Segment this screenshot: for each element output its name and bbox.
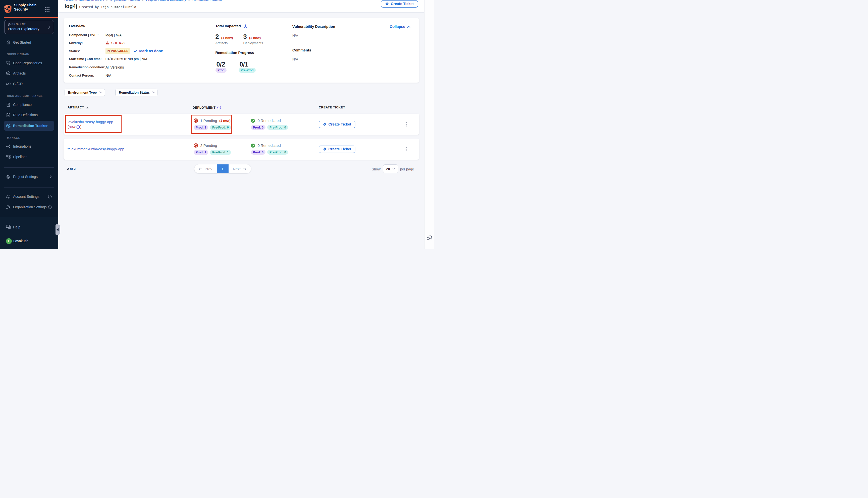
collapse-button[interactable]: Collapse [390, 25, 411, 29]
chevron-right-icon [142, 0, 144, 1]
brand-accent-rule [4, 17, 58, 18]
next-page-button[interactable]: Next [229, 165, 251, 173]
annotation-box-pending [191, 115, 232, 134]
prod-count-pill: Prod: 0 [251, 125, 266, 130]
sidebar-item-remediation-tracker[interactable]: Remediation Tracker [4, 121, 54, 131]
remediated-cell: 0 Remediated Prod: 0 Pre-Prod: 0 [251, 139, 288, 160]
sidebar-item-project-settings[interactable]: Project Settings [0, 172, 58, 182]
show-label: Show [372, 167, 380, 171]
sidebar-item-pipelines[interactable]: Pipelines [0, 152, 58, 162]
sidebar-item-compliance[interactable]: Compliance [0, 100, 58, 110]
resource-center-chat-icon[interactable] [427, 235, 432, 241]
sidebar-divider [4, 187, 54, 187]
condition-value: All Versions [105, 65, 124, 69]
info-icon[interactable] [244, 24, 247, 28]
status-badge: IN-PROGRESS [105, 48, 130, 54]
cube-icon [6, 71, 11, 76]
preprod-count-pill: Pre-Prod: 0 [267, 150, 288, 155]
remediated-count: 0 Remediated [258, 119, 281, 123]
prod-count-pill: Prod: 1 [194, 150, 208, 155]
comments-value: N/A [292, 57, 298, 61]
pending-cell: 2 Pending Prod: 1 Pre-Prod: 1 [194, 139, 231, 160]
annotation-box-artifact [65, 115, 121, 133]
help-label[interactable]: Help [13, 225, 20, 229]
integrations-icon [6, 144, 11, 148]
per-page-label: per page [400, 167, 414, 171]
sidebar-section-supply-chain: SUPPLY CHAIN [7, 53, 29, 56]
sidebar-item-artifacts[interactable]: Artifacts [0, 68, 58, 78]
contact-value: N/A [105, 74, 111, 78]
sidebar-header: Supply Chain Security [0, 0, 58, 16]
column-header-artifact[interactable]: ARTIFACT [67, 106, 89, 109]
row-menu-kebab-icon[interactable] [404, 139, 408, 160]
sidebar-collapse-handle[interactable] [55, 224, 60, 235]
help-chat-icon [6, 225, 11, 229]
overview-divider [202, 24, 202, 79]
sidebar-section-manage: MANAGE [7, 136, 20, 139]
breadcrumb: Account: Automation-SSCA Organization: d… [65, 0, 222, 1]
code-repository-icon [6, 61, 11, 65]
sidebar-item-rule-definitions[interactable]: Rule Definitions [0, 110, 58, 120]
avatar[interactable]: L [6, 238, 12, 244]
page-size-select[interactable]: 20 [383, 165, 398, 173]
breadcrumb-organization[interactable]: Organization: default [110, 0, 140, 1]
org-chart-gear-icon [6, 205, 11, 209]
breadcrumb-current[interactable]: Remediation Tracker [192, 0, 222, 1]
impacted-deployments-stat: 3 (1 new) [243, 33, 261, 40]
mark-as-done-button[interactable]: Mark as done [134, 49, 163, 53]
pending-timer-icon [194, 143, 198, 148]
chevron-right-icon [106, 0, 108, 1]
column-header-create-ticket: CREATE TICKET [319, 106, 345, 109]
impacted-artifacts-stat: 2 (1 new) [216, 33, 233, 40]
info-icon[interactable] [217, 106, 221, 109]
document-search-icon [6, 102, 11, 107]
artifact-link[interactable]: tejakummarikuntla/easy-buggy-app [67, 147, 124, 151]
app-title: Supply Chain Security [14, 3, 36, 12]
status-row: Status: IN-PROGRESS Mark as done [69, 48, 163, 54]
home-icon [6, 40, 11, 45]
create-ticket-button[interactable]: Create Ticket [381, 0, 418, 8]
chevron-right-icon [50, 175, 52, 179]
info-icon[interactable] [48, 195, 52, 198]
vulnerability-description-value: N/A [292, 34, 298, 38]
info-icon[interactable] [48, 205, 52, 209]
chevron-down-icon [152, 91, 155, 93]
chevron-down-icon [99, 91, 102, 93]
sidebar-item-integrations[interactable]: Integrations [0, 141, 58, 152]
project-cube-icon [8, 23, 11, 26]
severity-value: CRITICAL [111, 41, 126, 45]
sidebar-item-code-repositories[interactable]: Code Repositories [0, 58, 58, 68]
sidebar-divider [4, 167, 54, 168]
prev-page-button[interactable]: Prev [194, 165, 217, 173]
sidebar-item-account-settings[interactable]: Account Settings [0, 192, 58, 201]
page-subtitle: Created by Teja Kummarikuntla [79, 5, 136, 9]
environment-type-filter[interactable]: Environment Type [65, 89, 105, 96]
create-ticket-button[interactable]: Create Ticket [319, 146, 355, 153]
row-menu-kebab-icon[interactable] [404, 114, 408, 135]
prod-count-pill: Prod: 0 [251, 150, 266, 155]
overview-divider [284, 24, 284, 79]
remediation-status-filter[interactable]: Remediation Status [115, 89, 157, 96]
table-row[interactable]: tejakummarikuntla/easy-buggy-app 2 Pendi… [64, 139, 419, 160]
sidebar-item-get-started[interactable]: Get Started [0, 37, 58, 48]
infinity-icon [6, 82, 11, 86]
sidebar-item-organization-settings[interactable]: Organization Settings [0, 202, 58, 212]
progress-preprod-value: 0/1 [239, 61, 248, 68]
total-impacted-heading: Total Impacted [216, 24, 241, 28]
preprod-pill: Pre-Prod [238, 68, 256, 73]
time-row: Start time | End time: 01/10/2025 01:08 … [69, 57, 148, 61]
breadcrumb-account[interactable]: Account: Automation-SSCA [65, 0, 104, 1]
current-page-button[interactable]: 1 [217, 165, 229, 173]
project-selector[interactable]: PROJECT Product Exploratory [4, 20, 54, 34]
diamond-icon [323, 122, 326, 126]
breadcrumb-project[interactable]: Project: Product Exploratory [146, 0, 186, 1]
pager-control: Prev 1 Next [194, 165, 251, 173]
module-grid-icon[interactable] [44, 7, 50, 12]
clipboard-check-icon [6, 113, 11, 117]
remediation-tracker-icon [6, 123, 11, 128]
pipelines-icon [6, 155, 11, 159]
overview-heading: Overview [69, 24, 86, 28]
pending-count: 2 Pending [200, 144, 217, 148]
sidebar-item-cicd[interactable]: CI/CD [0, 79, 58, 89]
create-ticket-button[interactable]: Create Ticket [319, 121, 355, 128]
